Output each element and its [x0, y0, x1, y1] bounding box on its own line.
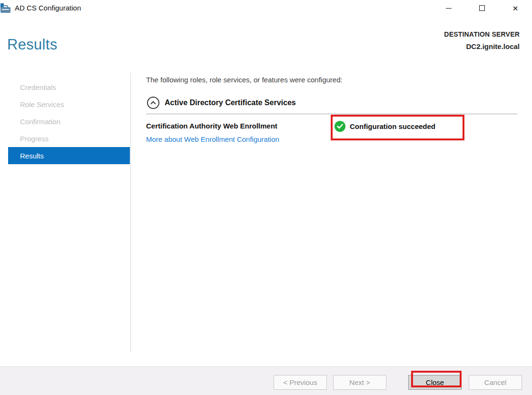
close-icon: ✕	[512, 5, 519, 12]
collapse-section-button[interactable]	[147, 97, 159, 109]
success-check-icon	[335, 121, 345, 132]
sidebar-item-confirmation: Confirmation	[8, 113, 130, 130]
footer-bar: < Previous Next > Close Cancel	[0, 366, 532, 395]
configuration-status: Configuration succeeded	[335, 121, 435, 132]
adcs-section-header: Active Directory Certificate Services	[147, 97, 296, 109]
destination-server-block: DESTINATION SERVER DC2.ignite.local	[444, 30, 520, 50]
results-intro-text: The following roles, role services, or f…	[146, 76, 343, 84]
next-button[interactable]: Next >	[333, 375, 386, 390]
window-title: AD CS Configuration	[15, 4, 81, 12]
adcs-configuration-window: AD CS Configuration ✕ Results DESTINATIO…	[0, 0, 532, 395]
sidebar-item-progress: Progress	[8, 130, 130, 147]
maximize-button[interactable]	[465, 0, 499, 16]
more-about-web-enrollment-link[interactable]: More about Web Enrollment Configuration	[146, 135, 279, 143]
chevron-up-icon	[150, 101, 156, 106]
maximize-icon	[479, 5, 485, 11]
wizard-steps-sidebar: Credentials Role Services Confirmation P…	[8, 79, 130, 164]
sidebar-item-credentials: Credentials	[8, 79, 130, 96]
sidebar-content-divider	[130, 72, 131, 352]
previous-button[interactable]: < Previous	[274, 375, 327, 390]
page-title: Results	[7, 36, 57, 53]
window-controls: ✕	[432, 0, 532, 16]
minimize-button[interactable]	[432, 0, 465, 16]
close-window-button[interactable]: ✕	[499, 0, 532, 16]
destination-server-label: DESTINATION SERVER	[444, 30, 520, 38]
close-button[interactable]: Close	[408, 375, 462, 390]
title-bar: AD CS Configuration ✕	[0, 0, 532, 16]
destination-server-name: DC2.ignite.local	[444, 42, 520, 50]
adcs-section-title: Active Directory Certificate Services	[165, 99, 296, 107]
server-manager-toolbox-icon	[0, 3, 10, 13]
role-service-name: Certification Authority Web Enrollment	[146, 122, 277, 130]
cancel-button[interactable]: Cancel	[469, 375, 522, 390]
minimize-icon	[446, 8, 452, 9]
sidebar-item-results[interactable]: Results	[8, 147, 130, 164]
sidebar-item-role-services: Role Services	[8, 96, 130, 113]
section-divider-line	[146, 114, 517, 114]
status-text: Configuration succeeded	[350, 122, 435, 130]
